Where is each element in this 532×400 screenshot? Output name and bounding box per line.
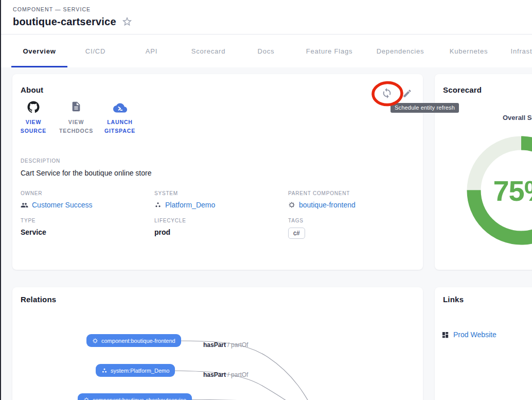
lifecycle-value: prod — [154, 228, 186, 236]
group-icon — [21, 201, 28, 209]
overall-score-label: Overall Score — [503, 114, 532, 121]
launch-gitspace-label: LAUNCH GITSPACE — [100, 118, 140, 135]
overall-score-value: 75% — [465, 134, 532, 247]
lifecycle-field: LIFECYCLE prod — [154, 218, 186, 236]
owner-link[interactable]: Customer Success — [21, 201, 92, 209]
tab-infrastructure[interactable]: Infrastructure — [501, 34, 532, 67]
github-icon — [17, 101, 49, 115]
system-field: SYSTEM Platform_Demo — [154, 190, 215, 209]
overall-score-gauge: 75% — [465, 134, 532, 247]
description-label: DESCRIPTION — [21, 158, 401, 164]
tab-docs[interactable]: Docs — [237, 34, 295, 67]
refresh-button[interactable] — [378, 84, 396, 102]
prod-website-link[interactable]: Prod Website — [441, 331, 496, 339]
tab-kubernetes[interactable]: Kubernetes — [437, 34, 501, 67]
lifecycle-label: LIFECYCLE — [154, 218, 186, 223]
edge-label: hasPart / partOf — [203, 371, 248, 378]
entity-tabs: Overview CI/CD API Scorecard Docs Featur… — [0, 34, 532, 67]
edge-label-rest: / partOf — [226, 371, 248, 378]
tags-label: TAGS — [288, 218, 305, 223]
breadcrumb: COMPONENT — SERVICE — [13, 6, 91, 12]
owner-field: OWNER Customer Success — [21, 190, 92, 209]
graph-node-platform-demo[interactable]: system:Platform_Demo — [96, 364, 175, 377]
tag-chip: c# — [288, 228, 305, 239]
graph-node-boutique-checkoutservice[interactable]: component:boutique-checkoutservice — [78, 393, 192, 400]
pencil-edit-icon — [402, 89, 412, 98]
tab-api[interactable]: API — [123, 34, 180, 67]
view-source-label: VIEW SOURCE — [17, 118, 49, 135]
entity-header: COMPONENT — SERVICE boutique-cartservice — [0, 0, 532, 34]
type-label: TYPE — [21, 218, 46, 223]
view-source-action[interactable]: VIEW SOURCE — [17, 101, 49, 135]
component-icon — [92, 338, 98, 344]
system-icon — [154, 201, 162, 208]
parent-component-value: boutique-frontend — [299, 201, 356, 209]
launch-gitspace-action[interactable]: LAUNCH GITSPACE — [100, 101, 140, 135]
edge-label-rest: / partOf — [226, 341, 248, 349]
about-card: About VIEW SOURCE VIEW TECHDOCS LAUNCH G… — [12, 74, 423, 270]
about-card-title: About — [21, 85, 43, 94]
graph-node-label: component:boutique-frontend — [101, 338, 175, 344]
favorite-button[interactable] — [121, 15, 133, 28]
component-icon — [83, 397, 90, 400]
sync-refresh-icon — [381, 88, 393, 99]
edge-label-strong: hasPart — [203, 371, 226, 378]
parent-component-link[interactable]: boutique-frontend — [288, 201, 356, 209]
description-field: DESCRIPTION Cart Service for the boutiqu… — [21, 158, 401, 177]
links-card: Links Prod Website — [435, 287, 532, 400]
links-card-title: Links — [443, 295, 464, 304]
system-value: Platform_Demo — [165, 201, 215, 209]
view-techdocs-label: VIEW TECHDOCS — [57, 118, 96, 135]
refresh-tooltip: Schedule entity refresh — [391, 103, 459, 113]
scorecard-card-title: Scorecard — [443, 85, 482, 94]
edge-label: hasPart / partOf — [203, 341, 248, 349]
type-field: TYPE Service — [21, 218, 46, 236]
cloud-terminal-icon — [100, 101, 140, 115]
tab-feature-flags[interactable]: Feature Flags — [295, 34, 364, 67]
document-icon — [57, 101, 96, 115]
edge-label-strong: hasPart — [203, 341, 226, 349]
tab-cicd[interactable]: CI/CD — [67, 34, 123, 67]
parent-component-field: PARENT COMPONENT boutique-frontend — [288, 190, 356, 209]
description-value: Cart Service for the boutique online sto… — [21, 169, 401, 177]
system-icon — [101, 368, 108, 374]
tags-field: TAGS c# — [288, 218, 305, 239]
parent-component-label: PARENT COMPONENT — [288, 190, 356, 196]
graph-node-label: system:Platform_Demo — [111, 368, 169, 374]
tab-overview[interactable]: Overview — [11, 34, 67, 67]
star-outline-icon — [121, 16, 133, 27]
relations-card: Relations hasPart / partOf hasPart / par… — [12, 287, 423, 400]
edit-button[interactable] — [398, 84, 416, 102]
prod-website-label: Prod Website — [453, 331, 496, 339]
owner-value: Customer Success — [32, 201, 92, 209]
graph-node-boutique-frontend[interactable]: component:boutique-frontend — [86, 334, 181, 347]
owner-label: OWNER — [21, 190, 92, 196]
dashboard-icon — [441, 331, 449, 339]
tab-scorecard[interactable]: Scorecard — [180, 34, 237, 67]
component-icon — [288, 201, 295, 208]
system-link[interactable]: Platform_Demo — [154, 201, 215, 209]
view-techdocs-action[interactable]: VIEW TECHDOCS — [57, 101, 96, 135]
system-label: SYSTEM — [154, 190, 215, 196]
graph-node-label: component:boutique-checkoutservice — [93, 397, 186, 400]
page-title: boutique-cartservice — [13, 16, 116, 28]
type-value: Service — [21, 228, 46, 236]
collapsed-sidebar-edge — [0, 0, 1, 400]
tab-dependencies[interactable]: Dependencies — [364, 34, 437, 67]
